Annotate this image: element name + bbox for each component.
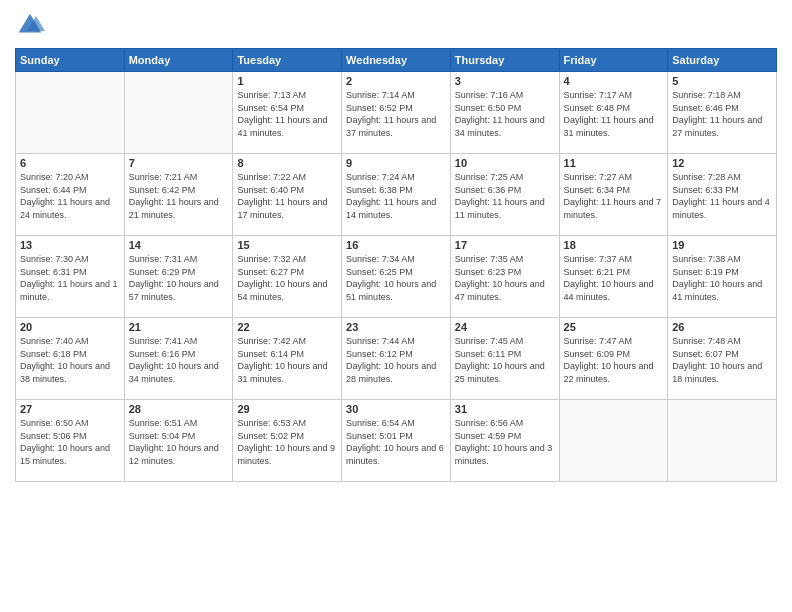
day-info: Sunrise: 7:27 AMSunset: 6:34 PMDaylight:…	[564, 171, 664, 221]
day-number: 22	[237, 321, 337, 333]
day-info: Sunrise: 7:30 AMSunset: 6:31 PMDaylight:…	[20, 253, 120, 303]
day-info: Sunrise: 7:40 AMSunset: 6:18 PMDaylight:…	[20, 335, 120, 385]
day-info: Sunrise: 7:32 AMSunset: 6:27 PMDaylight:…	[237, 253, 337, 303]
weekday-header: Wednesday	[342, 49, 451, 72]
day-info: Sunrise: 6:50 AMSunset: 5:06 PMDaylight:…	[20, 417, 120, 467]
day-number: 15	[237, 239, 337, 251]
calendar-cell: 5Sunrise: 7:18 AMSunset: 6:46 PMDaylight…	[668, 72, 777, 154]
day-info: Sunrise: 7:38 AMSunset: 6:19 PMDaylight:…	[672, 253, 772, 303]
calendar-cell: 23Sunrise: 7:44 AMSunset: 6:12 PMDayligh…	[342, 318, 451, 400]
calendar-header: SundayMondayTuesdayWednesdayThursdayFrid…	[16, 49, 777, 72]
calendar-cell: 21Sunrise: 7:41 AMSunset: 6:16 PMDayligh…	[124, 318, 233, 400]
day-number: 3	[455, 75, 555, 87]
day-number: 8	[237, 157, 337, 169]
calendar-cell: 2Sunrise: 7:14 AMSunset: 6:52 PMDaylight…	[342, 72, 451, 154]
calendar-cell: 19Sunrise: 7:38 AMSunset: 6:19 PMDayligh…	[668, 236, 777, 318]
calendar-cell: 11Sunrise: 7:27 AMSunset: 6:34 PMDayligh…	[559, 154, 668, 236]
weekday-header: Monday	[124, 49, 233, 72]
calendar-cell: 26Sunrise: 7:48 AMSunset: 6:07 PMDayligh…	[668, 318, 777, 400]
day-info: Sunrise: 7:22 AMSunset: 6:40 PMDaylight:…	[237, 171, 337, 221]
day-info: Sunrise: 7:34 AMSunset: 6:25 PMDaylight:…	[346, 253, 446, 303]
day-number: 14	[129, 239, 229, 251]
calendar-cell	[124, 72, 233, 154]
calendar-cell: 30Sunrise: 6:54 AMSunset: 5:01 PMDayligh…	[342, 400, 451, 482]
day-number: 6	[20, 157, 120, 169]
day-info: Sunrise: 7:14 AMSunset: 6:52 PMDaylight:…	[346, 89, 446, 139]
day-number: 1	[237, 75, 337, 87]
calendar-cell: 9Sunrise: 7:24 AMSunset: 6:38 PMDaylight…	[342, 154, 451, 236]
calendar-body: 1Sunrise: 7:13 AMSunset: 6:54 PMDaylight…	[16, 72, 777, 482]
calendar-cell	[559, 400, 668, 482]
page: SundayMondayTuesdayWednesdayThursdayFrid…	[0, 0, 792, 612]
day-number: 30	[346, 403, 446, 415]
day-number: 16	[346, 239, 446, 251]
weekday-row: SundayMondayTuesdayWednesdayThursdayFrid…	[16, 49, 777, 72]
day-number: 29	[237, 403, 337, 415]
day-info: Sunrise: 6:51 AMSunset: 5:04 PMDaylight:…	[129, 417, 229, 467]
calendar-week-row: 1Sunrise: 7:13 AMSunset: 6:54 PMDaylight…	[16, 72, 777, 154]
calendar-week-row: 6Sunrise: 7:20 AMSunset: 6:44 PMDaylight…	[16, 154, 777, 236]
day-number: 20	[20, 321, 120, 333]
day-number: 10	[455, 157, 555, 169]
calendar-cell: 1Sunrise: 7:13 AMSunset: 6:54 PMDaylight…	[233, 72, 342, 154]
day-number: 2	[346, 75, 446, 87]
calendar-cell: 31Sunrise: 6:56 AMSunset: 4:59 PMDayligh…	[450, 400, 559, 482]
day-number: 28	[129, 403, 229, 415]
calendar-week-row: 20Sunrise: 7:40 AMSunset: 6:18 PMDayligh…	[16, 318, 777, 400]
calendar-cell: 24Sunrise: 7:45 AMSunset: 6:11 PMDayligh…	[450, 318, 559, 400]
day-number: 31	[455, 403, 555, 415]
day-info: Sunrise: 7:21 AMSunset: 6:42 PMDaylight:…	[129, 171, 229, 221]
day-info: Sunrise: 7:24 AMSunset: 6:38 PMDaylight:…	[346, 171, 446, 221]
weekday-header: Sunday	[16, 49, 125, 72]
day-info: Sunrise: 7:20 AMSunset: 6:44 PMDaylight:…	[20, 171, 120, 221]
calendar-cell: 29Sunrise: 6:53 AMSunset: 5:02 PMDayligh…	[233, 400, 342, 482]
weekday-header: Saturday	[668, 49, 777, 72]
calendar-cell: 12Sunrise: 7:28 AMSunset: 6:33 PMDayligh…	[668, 154, 777, 236]
logo	[15, 10, 49, 40]
weekday-header: Tuesday	[233, 49, 342, 72]
day-info: Sunrise: 7:13 AMSunset: 6:54 PMDaylight:…	[237, 89, 337, 139]
calendar-cell: 14Sunrise: 7:31 AMSunset: 6:29 PMDayligh…	[124, 236, 233, 318]
day-info: Sunrise: 7:45 AMSunset: 6:11 PMDaylight:…	[455, 335, 555, 385]
day-number: 13	[20, 239, 120, 251]
day-number: 23	[346, 321, 446, 333]
day-info: Sunrise: 6:53 AMSunset: 5:02 PMDaylight:…	[237, 417, 337, 467]
day-number: 4	[564, 75, 664, 87]
calendar-cell: 4Sunrise: 7:17 AMSunset: 6:48 PMDaylight…	[559, 72, 668, 154]
weekday-header: Thursday	[450, 49, 559, 72]
calendar-cell: 6Sunrise: 7:20 AMSunset: 6:44 PMDaylight…	[16, 154, 125, 236]
day-number: 5	[672, 75, 772, 87]
day-info: Sunrise: 6:56 AMSunset: 4:59 PMDaylight:…	[455, 417, 555, 467]
calendar-cell: 16Sunrise: 7:34 AMSunset: 6:25 PMDayligh…	[342, 236, 451, 318]
day-number: 12	[672, 157, 772, 169]
calendar-cell: 20Sunrise: 7:40 AMSunset: 6:18 PMDayligh…	[16, 318, 125, 400]
day-info: Sunrise: 7:28 AMSunset: 6:33 PMDaylight:…	[672, 171, 772, 221]
day-number: 7	[129, 157, 229, 169]
day-number: 26	[672, 321, 772, 333]
day-number: 17	[455, 239, 555, 251]
day-number: 21	[129, 321, 229, 333]
calendar-cell	[16, 72, 125, 154]
day-number: 19	[672, 239, 772, 251]
day-number: 25	[564, 321, 664, 333]
day-number: 18	[564, 239, 664, 251]
day-info: Sunrise: 7:17 AMSunset: 6:48 PMDaylight:…	[564, 89, 664, 139]
calendar: SundayMondayTuesdayWednesdayThursdayFrid…	[15, 48, 777, 482]
day-info: Sunrise: 7:44 AMSunset: 6:12 PMDaylight:…	[346, 335, 446, 385]
calendar-cell: 28Sunrise: 6:51 AMSunset: 5:04 PMDayligh…	[124, 400, 233, 482]
calendar-cell: 27Sunrise: 6:50 AMSunset: 5:06 PMDayligh…	[16, 400, 125, 482]
day-number: 11	[564, 157, 664, 169]
day-info: Sunrise: 7:42 AMSunset: 6:14 PMDaylight:…	[237, 335, 337, 385]
day-info: Sunrise: 7:31 AMSunset: 6:29 PMDaylight:…	[129, 253, 229, 303]
calendar-cell: 13Sunrise: 7:30 AMSunset: 6:31 PMDayligh…	[16, 236, 125, 318]
weekday-header: Friday	[559, 49, 668, 72]
day-info: Sunrise: 7:16 AMSunset: 6:50 PMDaylight:…	[455, 89, 555, 139]
calendar-cell: 18Sunrise: 7:37 AMSunset: 6:21 PMDayligh…	[559, 236, 668, 318]
day-info: Sunrise: 7:25 AMSunset: 6:36 PMDaylight:…	[455, 171, 555, 221]
day-info: Sunrise: 7:47 AMSunset: 6:09 PMDaylight:…	[564, 335, 664, 385]
day-info: Sunrise: 7:37 AMSunset: 6:21 PMDaylight:…	[564, 253, 664, 303]
day-info: Sunrise: 7:41 AMSunset: 6:16 PMDaylight:…	[129, 335, 229, 385]
calendar-cell: 22Sunrise: 7:42 AMSunset: 6:14 PMDayligh…	[233, 318, 342, 400]
logo-icon	[15, 10, 45, 40]
day-info: Sunrise: 7:35 AMSunset: 6:23 PMDaylight:…	[455, 253, 555, 303]
